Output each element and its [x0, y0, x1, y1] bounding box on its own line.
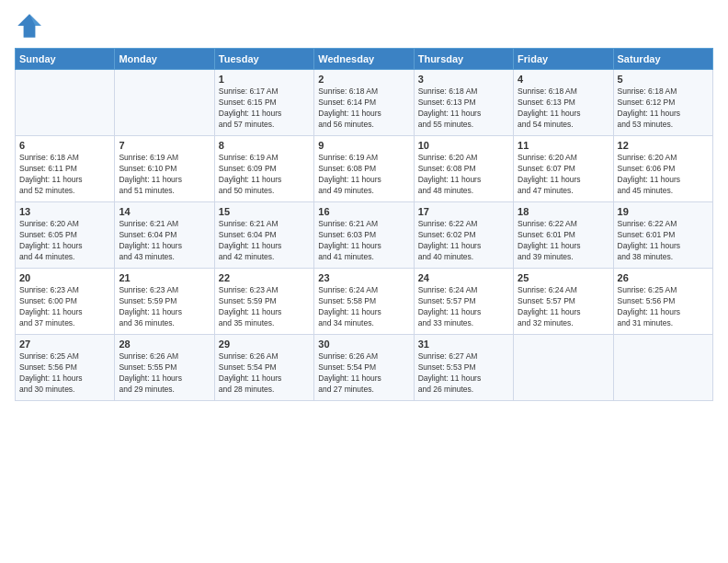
- day-number: 24: [418, 272, 509, 283]
- calendar-header-row: SundayMondayTuesdayWednesdayThursdayFrid…: [16, 49, 713, 70]
- day-info: Sunrise: 6:19 AM Sunset: 6:10 PM Dayligh…: [119, 153, 210, 197]
- calendar-cell: 26Sunrise: 6:25 AM Sunset: 5:56 PM Dayli…: [613, 269, 712, 335]
- calendar-cell: 1Sunrise: 6:17 AM Sunset: 6:15 PM Daylig…: [214, 70, 313, 136]
- day-number: 1: [219, 74, 310, 85]
- calendar-cell: 22Sunrise: 6:23 AM Sunset: 5:59 PM Dayli…: [214, 269, 313, 335]
- day-info: Sunrise: 6:22 AM Sunset: 6:01 PM Dayligh…: [518, 219, 609, 263]
- day-info: Sunrise: 6:18 AM Sunset: 6:13 PM Dayligh…: [518, 86, 609, 131]
- day-number: 25: [518, 272, 609, 283]
- weekday-header: Wednesday: [314, 49, 414, 70]
- day-info: Sunrise: 6:20 AM Sunset: 6:08 PM Dayligh…: [418, 153, 509, 197]
- day-number: 27: [19, 339, 110, 350]
- day-info: Sunrise: 6:26 AM Sunset: 5:54 PM Dayligh…: [219, 351, 310, 396]
- day-number: 22: [219, 272, 310, 283]
- day-number: 7: [119, 140, 210, 151]
- day-number: 30: [318, 339, 409, 350]
- calendar-cell: 15Sunrise: 6:21 AM Sunset: 6:04 PM Dayli…: [214, 202, 313, 269]
- day-number: 12: [618, 140, 709, 151]
- day-number: 4: [518, 74, 609, 85]
- calendar-week-row: 27Sunrise: 6:25 AM Sunset: 5:56 PM Dayli…: [16, 335, 713, 401]
- calendar-cell: 2Sunrise: 6:18 AM Sunset: 6:14 PM Daylig…: [314, 70, 414, 136]
- calendar-cell: 11Sunrise: 6:20 AM Sunset: 6:07 PM Dayli…: [514, 136, 613, 202]
- calendar-cell: 17Sunrise: 6:22 AM Sunset: 6:02 PM Dayli…: [414, 202, 513, 269]
- day-info: Sunrise: 6:22 AM Sunset: 6:02 PM Dayligh…: [418, 219, 509, 263]
- weekday-header: Tuesday: [214, 49, 313, 70]
- calendar-cell: [16, 70, 115, 136]
- weekday-header: Friday: [514, 49, 613, 70]
- day-number: 9: [318, 140, 409, 151]
- calendar-cell: 6Sunrise: 6:18 AM Sunset: 6:11 PM Daylig…: [16, 136, 115, 202]
- day-number: 21: [119, 272, 210, 283]
- calendar-week-row: 1Sunrise: 6:17 AM Sunset: 6:15 PM Daylig…: [16, 70, 713, 136]
- page-header: [15, 11, 713, 40]
- day-number: 13: [19, 206, 110, 217]
- day-info: Sunrise: 6:23 AM Sunset: 6:00 PM Dayligh…: [19, 285, 110, 329]
- calendar-cell: 24Sunrise: 6:24 AM Sunset: 5:57 PM Dayli…: [414, 269, 513, 335]
- day-info: Sunrise: 6:21 AM Sunset: 6:04 PM Dayligh…: [119, 219, 210, 263]
- day-info: Sunrise: 6:26 AM Sunset: 5:54 PM Dayligh…: [318, 351, 409, 396]
- day-info: Sunrise: 6:21 AM Sunset: 6:03 PM Dayligh…: [318, 219, 409, 263]
- calendar-cell: 13Sunrise: 6:20 AM Sunset: 6:05 PM Dayli…: [16, 202, 115, 269]
- calendar-cell: 19Sunrise: 6:22 AM Sunset: 6:01 PM Dayli…: [613, 202, 712, 269]
- calendar-table: SundayMondayTuesdayWednesdayThursdayFrid…: [15, 48, 713, 401]
- logo-icon: [15, 11, 44, 40]
- calendar-cell: 31Sunrise: 6:27 AM Sunset: 5:53 PM Dayli…: [414, 335, 513, 401]
- calendar-cell: 20Sunrise: 6:23 AM Sunset: 6:00 PM Dayli…: [16, 269, 115, 335]
- logo: [15, 11, 48, 40]
- weekday-header: Sunday: [16, 49, 115, 70]
- calendar-cell: 7Sunrise: 6:19 AM Sunset: 6:10 PM Daylig…: [115, 136, 214, 202]
- day-number: 11: [518, 140, 609, 151]
- day-number: 31: [418, 339, 509, 350]
- weekday-header: Saturday: [613, 49, 712, 70]
- day-info: Sunrise: 6:18 AM Sunset: 6:11 PM Dayligh…: [19, 153, 110, 197]
- day-info: Sunrise: 6:25 AM Sunset: 5:56 PM Dayligh…: [19, 351, 110, 396]
- day-info: Sunrise: 6:19 AM Sunset: 6:08 PM Dayligh…: [318, 153, 409, 197]
- day-info: Sunrise: 6:24 AM Sunset: 5:57 PM Dayligh…: [518, 285, 609, 329]
- calendar-cell: [613, 335, 712, 401]
- day-info: Sunrise: 6:22 AM Sunset: 6:01 PM Dayligh…: [618, 219, 709, 263]
- calendar-cell: 4Sunrise: 6:18 AM Sunset: 6:13 PM Daylig…: [514, 70, 613, 136]
- day-number: 16: [318, 206, 409, 217]
- calendar-cell: [514, 335, 613, 401]
- calendar-cell: 30Sunrise: 6:26 AM Sunset: 5:54 PM Dayli…: [314, 335, 414, 401]
- day-info: Sunrise: 6:18 AM Sunset: 6:13 PM Dayligh…: [418, 86, 509, 131]
- calendar-cell: 16Sunrise: 6:21 AM Sunset: 6:03 PM Dayli…: [314, 202, 414, 269]
- day-number: 23: [318, 272, 409, 283]
- day-number: 15: [219, 206, 310, 217]
- day-number: 10: [418, 140, 509, 151]
- day-number: 28: [119, 339, 210, 350]
- day-info: Sunrise: 6:23 AM Sunset: 5:59 PM Dayligh…: [219, 285, 310, 329]
- day-info: Sunrise: 6:24 AM Sunset: 5:57 PM Dayligh…: [418, 285, 509, 329]
- day-number: 6: [19, 140, 110, 151]
- weekday-header: Thursday: [414, 49, 513, 70]
- day-info: Sunrise: 6:25 AM Sunset: 5:56 PM Dayligh…: [618, 285, 709, 329]
- calendar-cell: 10Sunrise: 6:20 AM Sunset: 6:08 PM Dayli…: [414, 136, 513, 202]
- calendar-cell: 25Sunrise: 6:24 AM Sunset: 5:57 PM Dayli…: [514, 269, 613, 335]
- day-info: Sunrise: 6:18 AM Sunset: 6:12 PM Dayligh…: [618, 86, 709, 131]
- day-number: 20: [19, 272, 110, 283]
- day-number: 2: [318, 74, 409, 85]
- day-info: Sunrise: 6:20 AM Sunset: 6:05 PM Dayligh…: [19, 219, 110, 263]
- calendar-cell: 12Sunrise: 6:20 AM Sunset: 6:06 PM Dayli…: [613, 136, 712, 202]
- day-number: 26: [618, 272, 709, 283]
- day-number: 19: [618, 206, 709, 217]
- calendar-cell: 18Sunrise: 6:22 AM Sunset: 6:01 PM Dayli…: [514, 202, 613, 269]
- calendar-cell: 8Sunrise: 6:19 AM Sunset: 6:09 PM Daylig…: [214, 136, 313, 202]
- calendar-cell: 27Sunrise: 6:25 AM Sunset: 5:56 PM Dayli…: [16, 335, 115, 401]
- day-number: 8: [219, 140, 310, 151]
- weekday-header: Monday: [115, 49, 214, 70]
- day-number: 17: [418, 206, 509, 217]
- day-info: Sunrise: 6:17 AM Sunset: 6:15 PM Dayligh…: [219, 86, 310, 131]
- day-info: Sunrise: 6:21 AM Sunset: 6:04 PM Dayligh…: [219, 219, 310, 263]
- day-number: 3: [418, 74, 509, 85]
- calendar-week-row: 6Sunrise: 6:18 AM Sunset: 6:11 PM Daylig…: [16, 136, 713, 202]
- calendar-cell: [115, 70, 214, 136]
- calendar-cell: 14Sunrise: 6:21 AM Sunset: 6:04 PM Dayli…: [115, 202, 214, 269]
- day-info: Sunrise: 6:20 AM Sunset: 6:06 PM Dayligh…: [618, 153, 709, 197]
- calendar-cell: 21Sunrise: 6:23 AM Sunset: 5:59 PM Dayli…: [115, 269, 214, 335]
- day-info: Sunrise: 6:27 AM Sunset: 5:53 PM Dayligh…: [418, 351, 509, 396]
- calendar-cell: 23Sunrise: 6:24 AM Sunset: 5:58 PM Dayli…: [314, 269, 414, 335]
- day-number: 29: [219, 339, 310, 350]
- day-number: 18: [518, 206, 609, 217]
- day-info: Sunrise: 6:19 AM Sunset: 6:09 PM Dayligh…: [219, 153, 310, 197]
